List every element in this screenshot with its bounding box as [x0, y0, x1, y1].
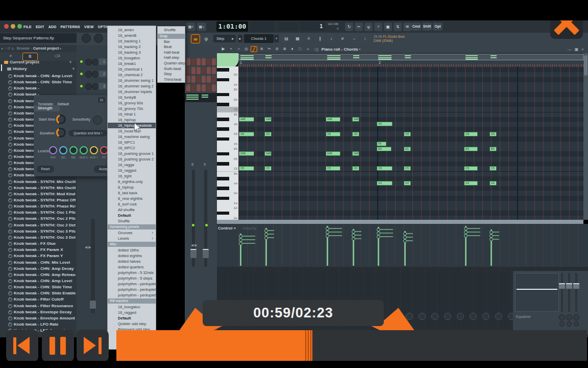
master-volume-knob[interactable] [82, 34, 91, 43]
close-window-icon[interactable]: × [581, 47, 584, 52]
note-g5[interactable]: G5 [239, 132, 254, 136]
note-a4[interactable]: A4 [489, 181, 497, 186]
groove-menu-item[interactable]: 16_hiphop [108, 117, 156, 123]
groove-menu-item[interactable]: 8_laid back [108, 190, 156, 196]
step-cell[interactable] [197, 58, 201, 65]
groove-menu-item[interactable]: Levels› [108, 236, 156, 241]
black-key[interactable] [217, 93, 229, 97]
note-f5[interactable]: F5 [377, 142, 386, 146]
velocity-handle[interactable] [264, 233, 268, 236]
browser-list-item[interactable]: Knob tweak - Filter Resonance [8, 303, 76, 309]
browser-list-item[interactable]: Knob tweak - SYNTH: Mix Oscillator 3 [8, 185, 76, 191]
velocity-handle[interactable] [464, 227, 468, 231]
note-a4[interactable]: A4 [377, 181, 393, 186]
sensitivity-knob[interactable] [93, 116, 102, 125]
step-cell[interactable] [202, 58, 206, 65]
pattern-selector[interactable]: Chords 1 [244, 34, 274, 43]
velocity-handle[interactable] [489, 238, 493, 241]
browser-list-item[interactable]: Knob tweak - CHN: Slide Enable [8, 290, 76, 296]
browser-list-item[interactable]: Knob tweak - FX Param Y [8, 253, 76, 259]
channel-number-button[interactable]: 3 [99, 83, 107, 89]
slice-icon[interactable]: ✂ [266, 46, 273, 52]
note-c5[interactable]: C5 [404, 166, 411, 171]
quantize-end-time-button[interactable]: Quantize end time › [68, 130, 107, 136]
groove-menu-item[interactable]: Default [108, 315, 156, 321]
step-cell[interactable] [191, 58, 195, 65]
note-g5[interactable]: G5 [404, 132, 411, 136]
level-knob-pan[interactable] [49, 146, 57, 154]
note-c5[interactable]: C5 [464, 166, 478, 171]
typing-keyboard-icon[interactable]: ▦○ [197, 22, 206, 31]
note-a#5[interactable]: A#5 [352, 117, 359, 122]
snap-menu-item[interactable]: Quarter-step [158, 61, 185, 66]
groove-menu-item[interactable]: Shuffle [108, 218, 156, 224]
metronome-loop-icon[interactable]: ↻ [345, 22, 353, 31]
progress-playhead[interactable] [305, 330, 312, 361]
breadcrumb-icons[interactable]: ▸ ↑ ↺ ◎ [2, 47, 14, 50]
note-a#5[interactable]: A#5 [326, 117, 340, 122]
channel-volume-knob[interactable] [92, 83, 99, 90]
step-cell[interactable] [191, 76, 195, 83]
menu-edit[interactable]: EDIT [36, 25, 44, 29]
groove-menu-item[interactable]: 16_hihat 1 [108, 111, 156, 117]
plugin-icon[interactable]: # [338, 34, 347, 43]
groove-menu-item[interactable]: 16_groovy 70s [108, 106, 156, 111]
browser-list-item[interactable]: Knob tweak - CHN: Amp Decay [8, 266, 76, 272]
channel-number-button[interactable]: 2 [99, 71, 107, 77]
step-cell[interactable] [197, 76, 201, 83]
skip-forward-button[interactable] [77, 330, 109, 362]
speaker-icon[interactable]: ◁) [314, 47, 318, 52]
snap-menu-item[interactable]: Half-beat [158, 50, 185, 56]
browser-list-item[interactable]: Knob tweak - SYNTH: Mix Oscillator 2 [8, 179, 76, 185]
eq-slider-handle[interactable] [559, 283, 565, 289]
eq-knob[interactable] [573, 314, 579, 320]
magnet-icon[interactable]: ∩ [235, 46, 242, 52]
snap-menu-item[interactable]: Half-step [158, 55, 185, 61]
groove-menu-item[interactable]: polyrhythm - 5 steps [108, 275, 156, 281]
channel-led-icon[interactable] [80, 73, 83, 75]
note-c5[interactable]: C5 [239, 166, 254, 171]
black-key[interactable] [217, 177, 229, 180]
cut-icon[interactable]: ✂ [355, 22, 363, 31]
mute-icon[interactable]: ⊗ [281, 46, 288, 52]
velocity-handle[interactable] [352, 237, 355, 241]
mixer-fader-8[interactable] [192, 170, 195, 267]
browser-list-item[interactable]: Knob tweak - CHN: Amp Release [8, 272, 76, 278]
velocity-handle[interactable] [464, 234, 468, 238]
groove-menu-item[interactable]: 16_ragged [108, 168, 156, 173]
bottom-knob-icon[interactable] [406, 313, 413, 320]
note-e5[interactable]: E5 [464, 147, 478, 151]
mic-icon[interactable]: ψ [364, 22, 373, 31]
step-cell[interactable] [212, 67, 216, 74]
black-key[interactable] [217, 118, 229, 121]
browser-list-item[interactable]: Knob tweak - SYNTH: Osc 2 Pitch [8, 216, 76, 222]
rack-fader-handle[interactable] [90, 301, 96, 309]
fader-handle[interactable] [190, 249, 197, 258]
note-d#5[interactable]: D#5 [239, 151, 254, 156]
browser-list-item[interactable]: Knob tweak - Envelope Decay [8, 309, 76, 315]
velocity-handle[interactable] [352, 230, 355, 234]
note-a#5[interactable]: A#5 [239, 117, 254, 122]
step-cell[interactable] [212, 58, 216, 65]
step-cell[interactable] [191, 67, 195, 74]
velocity-handle[interactable] [239, 235, 242, 238]
browser-list-item[interactable]: Knob tweak - CHN: Mix Level [8, 260, 76, 266]
groove-menu-item[interactable]: dotted quarters [108, 264, 156, 270]
note-c5[interactable]: C5 [352, 166, 359, 171]
groove-menu-item[interactable]: dotted eighths [108, 253, 156, 259]
save-icon[interactable]: ▣ [384, 22, 392, 31]
browser-list-item[interactable]: Knob tweak - CHN: Amp Level [8, 278, 76, 284]
velocity-handle[interactable] [464, 231, 468, 234]
bottom-knob-icon[interactable] [444, 313, 451, 320]
step-cell[interactable] [191, 84, 195, 91]
groove-menu-item[interactable]: 16_ragga [108, 162, 156, 168]
typing-keyboard-add-icon[interactable]: ▦+ [186, 22, 195, 31]
scroll-arrows[interactable]: ◀ ▶ [85, 245, 91, 249]
fader-handle[interactable] [203, 249, 209, 258]
groove-menu-item[interactable]: 16_boogaloo [108, 304, 156, 310]
step-cell[interactable] [186, 84, 190, 91]
browser-toggle-icon[interactable]: ♪ [327, 34, 336, 43]
help-icon[interactable]: ? [374, 22, 382, 31]
talkback-mic-icon[interactable]: ψ [202, 34, 210, 43]
snap-menu-item[interactable]: Beat [158, 44, 185, 50]
